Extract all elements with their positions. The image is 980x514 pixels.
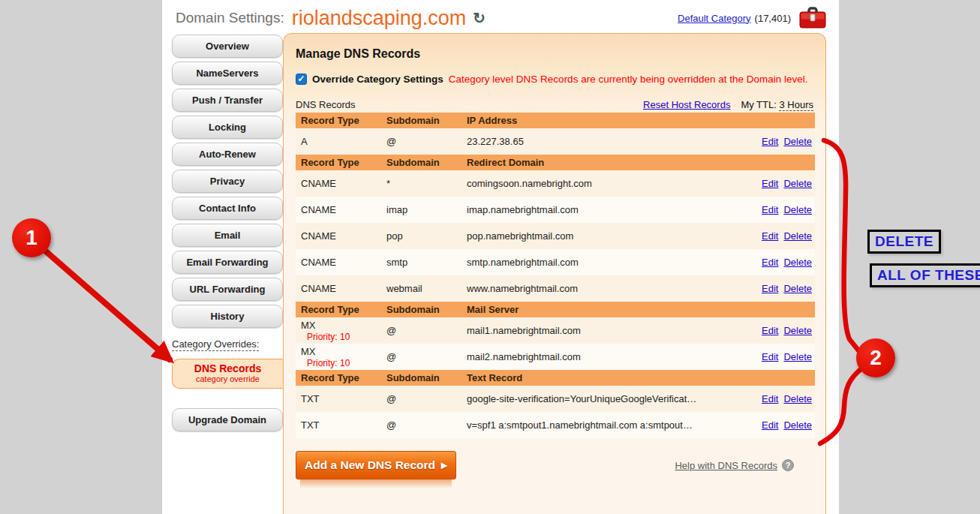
row-actions: EditDelete — [753, 204, 815, 215]
ttl-label: My TTL: — [741, 99, 776, 110]
add-dns-record-label: Add a New DNS Record — [305, 458, 435, 472]
edit-link[interactable]: Edit — [762, 178, 778, 189]
delete-link[interactable]: Delete — [783, 325, 812, 336]
column-header: Subdomain — [381, 115, 461, 126]
sidebar-item-email[interactable]: Email — [172, 224, 283, 247]
table-row: TXT@v=spf1 a:smtpout1.namebrightmail.com… — [296, 412, 815, 438]
edit-link[interactable]: Edit — [762, 393, 778, 404]
sidebar-item-locking[interactable]: Locking — [172, 116, 283, 139]
edit-link[interactable]: Edit — [762, 283, 778, 294]
override-category-checkbox[interactable]: ✓ — [296, 74, 307, 85]
column-header: Subdomain — [381, 304, 461, 315]
table-row: A@23.227.38.65EditDelete — [296, 128, 815, 155]
subdomain-cell: smtp — [381, 257, 461, 268]
record-type-cell: MXPriority: 10 — [296, 320, 381, 342]
screen: Domain Settings: riolandscaping.com ↻ De… — [0, 0, 980, 514]
subdomain-cell: webmail — [381, 283, 461, 294]
reset-host-records-link[interactable]: Reset Host Records — [643, 99, 730, 110]
record-type-cell: CNAME — [296, 204, 381, 215]
table-section-header: Record TypeSubdomainRedirect Domain — [296, 155, 815, 170]
sidebar-item-nameservers[interactable]: NameServers — [172, 62, 283, 85]
category-overrides-label: Category Overrides: — [172, 338, 283, 350]
help-question-icon[interactable]: ? — [782, 459, 794, 471]
record-value-cell: imap.namebrightmail.com — [461, 204, 753, 215]
delete-link[interactable]: Delete — [783, 257, 812, 268]
step-1-badge: 1 — [12, 218, 51, 257]
edit-link[interactable]: Edit — [762, 325, 778, 336]
table-row: CNAMEpoppop.namebrightmail.comEditDelete — [296, 223, 815, 249]
add-dns-record-button[interactable]: Add a New DNS Record ▸ — [296, 451, 456, 479]
row-actions: EditDelete — [753, 136, 815, 147]
record-value-cell: mail1.namebrightmail.com — [461, 325, 753, 336]
delete-link[interactable]: Delete — [783, 419, 812, 431]
sidebar-item-dns-records-override[interactable]: DNS Records category override — [172, 359, 283, 389]
column-header: Subdomain — [381, 157, 461, 168]
sidebar-item-push-transfer[interactable]: Push / Transfer — [172, 89, 283, 112]
dns-records-label: DNS Records — [296, 99, 355, 110]
subdomain-cell: imap — [381, 204, 461, 215]
sidebar-item-privacy[interactable]: Privacy — [172, 170, 283, 193]
column-header: Text Record — [461, 372, 753, 383]
default-category-link[interactable]: Default Category — [678, 13, 751, 24]
sidebar-item-email-forwarding[interactable]: Email Forwarding — [172, 251, 283, 274]
default-category-count: (17,401) — [755, 13, 791, 24]
edit-link[interactable]: Edit — [762, 230, 778, 242]
domain-name: riolandscaping.com — [292, 7, 467, 30]
edit-link[interactable]: Edit — [762, 257, 778, 268]
subdomain-cell: @ — [381, 419, 461, 431]
dns-table: Record TypeSubdomainIP AddressA@23.227.3… — [296, 113, 815, 438]
sidebar-item-auto-renew[interactable]: Auto-Renew — [172, 143, 283, 166]
help-dns-records-link[interactable]: Help with DNS Records — [675, 460, 777, 471]
subdomain-cell: @ — [381, 393, 461, 404]
ttl-value[interactable]: 3 Hours — [779, 99, 813, 111]
record-type-cell: MXPriority: 10 — [296, 346, 381, 368]
row-actions: EditDelete — [753, 283, 815, 294]
column-header: Record Type — [296, 372, 381, 383]
record-value-cell: google-site-verification=YourUniqueGoogl… — [461, 393, 753, 404]
table-section-header: Record TypeSubdomainIP Address — [296, 113, 815, 128]
page-background: Domain Settings: riolandscaping.com ↻ De… — [161, 0, 839, 514]
row-actions: EditDelete — [753, 230, 815, 242]
record-type-cell: CNAME — [296, 230, 381, 242]
record-value-cell: mail2.namebrightmail.com — [461, 351, 753, 362]
column-header: Record Type — [296, 157, 381, 168]
edit-link[interactable]: Edit — [762, 351, 778, 362]
edit-link[interactable]: Edit — [762, 419, 778, 431]
refresh-icon[interactable]: ↻ — [473, 9, 485, 27]
table-section-header: Record TypeSubdomainMail Server — [296, 302, 815, 317]
record-type-cell: CNAME — [296, 178, 381, 189]
upgrade-domain-button[interactable]: Upgrade Domain — [172, 408, 283, 431]
override-checkbox-label: Override Category Settings — [312, 74, 443, 85]
topbar: Domain Settings: riolandscaping.com ↻ De… — [162, 0, 839, 33]
sidebar: Category Overrides: DNS Records category… — [172, 35, 283, 431]
record-type-cell: CNAME — [296, 283, 381, 294]
delete-link[interactable]: Delete — [783, 136, 812, 147]
edit-link[interactable]: Edit — [762, 204, 778, 215]
toolbox-icon[interactable] — [798, 7, 827, 29]
delete-link[interactable]: Delete — [783, 351, 812, 362]
sidebar-item-history[interactable]: History — [172, 305, 283, 328]
delete-link[interactable]: Delete — [783, 230, 812, 242]
dns-records-override-title: DNS Records — [174, 362, 281, 374]
sidebar-item-contact-info[interactable]: Contact Info — [172, 197, 283, 220]
sidebar-item-url-forwarding[interactable]: URL Forwarding — [172, 278, 283, 301]
row-actions: EditDelete — [753, 257, 815, 268]
row-actions: EditDelete — [753, 419, 815, 431]
arrow-right-icon: ▸ — [441, 458, 447, 472]
delete-link[interactable]: Delete — [783, 283, 812, 294]
delete-link[interactable]: Delete — [783, 204, 812, 215]
edit-link[interactable]: Edit — [762, 136, 778, 147]
record-type-cell: TXT — [296, 419, 381, 431]
domain-settings-label: Domain Settings: — [176, 10, 284, 26]
column-header: Record Type — [296, 115, 381, 126]
mx-priority: Priority: 10 — [301, 332, 381, 342]
delete-link[interactable]: Delete — [783, 393, 812, 404]
step-2-badge: 2 — [856, 338, 895, 377]
delete-link[interactable]: Delete — [783, 178, 812, 189]
subdomain-cell: @ — [381, 136, 461, 147]
dns-panel: Manage DNS Records ✓ Override Category S… — [283, 33, 826, 514]
sidebar-item-overview[interactable]: Overview — [172, 35, 283, 58]
row-actions: EditDelete — [753, 178, 815, 189]
record-value-cell: www.namebrightmail.com — [461, 283, 753, 294]
row-actions: EditDelete — [753, 325, 815, 336]
